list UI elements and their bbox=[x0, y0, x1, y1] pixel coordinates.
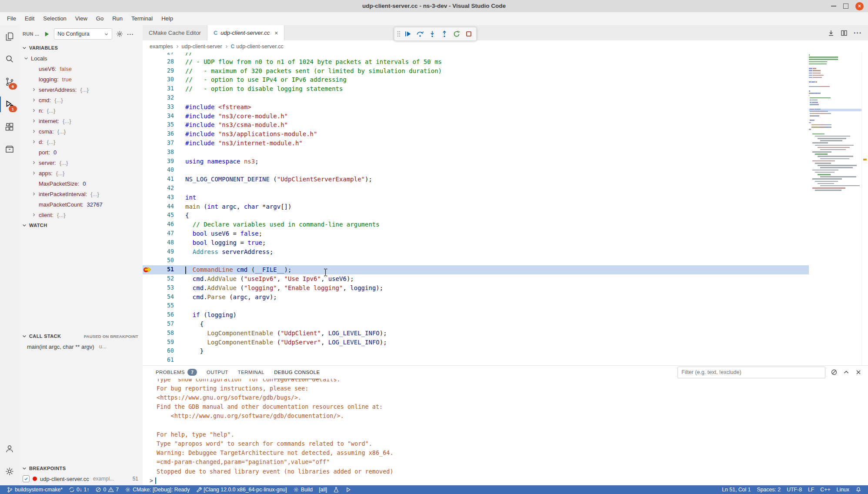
sidebar-item-run-debug[interactable]: 1 bbox=[0, 93, 19, 116]
breakpoint-margin[interactable] bbox=[143, 93, 152, 103]
variable-row[interactable]: serverAddress:{...} bbox=[19, 84, 143, 95]
variables-header[interactable]: VARIABLES bbox=[19, 43, 143, 53]
breakpoint-margin[interactable] bbox=[143, 139, 152, 148]
variable-row[interactable]: cmd:{...} bbox=[19, 95, 143, 105]
start-debug-icon[interactable] bbox=[42, 29, 51, 39]
git-branch-item[interactable]: buildsystem-cmake* bbox=[3, 485, 66, 494]
code-line[interactable]: 52 cmd.AddValue ("useIpv6", "Use Ipv6", … bbox=[143, 274, 809, 284]
encoding-item[interactable]: UTF-8 bbox=[784, 485, 805, 494]
tab-cmake-cache-editor[interactable]: CMake Cache Editor bbox=[143, 25, 207, 40]
breakpoint-margin[interactable] bbox=[143, 347, 152, 356]
tab-problems[interactable]: PROBLEMS 7 bbox=[156, 366, 197, 379]
variable-row[interactable]: apps:{...} bbox=[19, 168, 143, 178]
breakpoint-margin[interactable] bbox=[143, 53, 152, 57]
menu-terminal[interactable]: Terminal bbox=[127, 13, 157, 24]
code-line[interactable]: 29// - maximum of 320 packets sent (or l… bbox=[143, 67, 809, 76]
code-editor[interactable]: 27//28// - UDP flow from n0 to n1 of 102… bbox=[143, 53, 868, 366]
cmake-build-button[interactable]: Build bbox=[290, 485, 316, 494]
variable-row[interactable]: MaxPacketSize:0 bbox=[19, 178, 143, 189]
manage-button[interactable] bbox=[0, 460, 19, 483]
breakpoint-margin[interactable] bbox=[143, 120, 152, 130]
tab-debug-console[interactable]: DEBUG CONSOLE bbox=[274, 366, 320, 379]
breakpoint-margin[interactable] bbox=[143, 356, 152, 365]
breakpoint-margin[interactable] bbox=[143, 265, 152, 274]
menu-go[interactable]: Go bbox=[92, 13, 108, 24]
chevron-right-icon[interactable] bbox=[30, 159, 37, 166]
breadcrumb-item[interactable]: udp-client-server.cc bbox=[236, 43, 283, 50]
code-line[interactable]: 40 bbox=[143, 166, 809, 175]
remote-os-item[interactable]: Linux bbox=[834, 485, 852, 494]
stop-button[interactable] bbox=[463, 28, 474, 40]
variable-row[interactable]: d:{...} bbox=[19, 137, 143, 147]
code-line[interactable]: 33#include <fstream> bbox=[143, 103, 809, 112]
code-line[interactable]: 51 CommandLine cmd (__FILE__); bbox=[143, 265, 809, 274]
code-line[interactable]: 41NS_LOG_COMPONENT_DEFINE ("UdpClientSer… bbox=[143, 175, 809, 184]
code-line[interactable]: 47 bool useV6 = false; bbox=[143, 229, 809, 238]
sidebar-item-source-control[interactable]: 6 bbox=[0, 70, 19, 93]
watch-header[interactable]: WATCH bbox=[19, 220, 143, 230]
code-line[interactable]: 43int bbox=[143, 193, 809, 202]
debug-config-dropdown[interactable]: No Configura bbox=[54, 28, 112, 40]
breakpoint-margin[interactable] bbox=[143, 256, 152, 265]
breakpoint-margin[interactable] bbox=[143, 184, 152, 193]
debug-target-item[interactable] bbox=[342, 485, 354, 494]
code-line[interactable]: 49 Address serverAddress; bbox=[143, 247, 809, 257]
variable-row[interactable]: useV6:false bbox=[19, 63, 143, 74]
chevron-right-icon[interactable] bbox=[30, 128, 37, 135]
breakpoint-margin[interactable] bbox=[143, 57, 152, 67]
cursor-position-item[interactable]: Ln 51, Col 1 bbox=[719, 485, 754, 494]
sidebar-item-remote-explorer[interactable] bbox=[0, 138, 19, 161]
code-line[interactable]: 61 bbox=[143, 356, 809, 365]
sidebar-item-explorer[interactable] bbox=[0, 25, 19, 48]
step-over-button[interactable] bbox=[414, 28, 426, 40]
tab-terminal[interactable]: TERMINAL bbox=[238, 366, 264, 379]
breakpoint-margin[interactable] bbox=[143, 103, 152, 112]
call-stack-header[interactable]: CALL STACK PAUSED ON BREAKPOINT bbox=[19, 331, 143, 341]
breakpoint-margin[interactable] bbox=[143, 211, 152, 220]
code-line[interactable]: 55 bbox=[143, 301, 809, 310]
code-line[interactable]: 35#include "ns3/csma-module.h" bbox=[143, 120, 809, 130]
arrow-down-icon[interactable] bbox=[828, 30, 835, 37]
code-line[interactable]: 28// - UDP flow from n0 to n1 of 1024 by… bbox=[143, 57, 809, 67]
close-tab-icon[interactable]: × bbox=[274, 30, 278, 37]
code-line[interactable]: 32 bbox=[143, 93, 809, 103]
clear-console-icon[interactable] bbox=[831, 369, 838, 376]
close-panel-icon[interactable] bbox=[855, 369, 862, 376]
notifications-item[interactable] bbox=[852, 485, 865, 494]
breakpoint-margin[interactable] bbox=[143, 202, 152, 211]
code-line[interactable]: 31// - option to disable logging stateme… bbox=[143, 84, 809, 93]
breakpoint-margin[interactable] bbox=[143, 148, 152, 157]
code-line[interactable]: 37#include "ns3/internet-module.h" bbox=[143, 139, 809, 148]
code-line[interactable]: 50 bbox=[143, 256, 809, 265]
code-line[interactable]: 48 bool logging = true; bbox=[143, 238, 809, 247]
drag-handle-icon[interactable] bbox=[396, 28, 401, 40]
maximize-icon[interactable] bbox=[843, 3, 848, 9]
restart-button[interactable] bbox=[451, 28, 462, 40]
chevron-right-icon[interactable] bbox=[30, 107, 37, 114]
cmake-kit-item[interactable]: [Clang 12.0.0 x86_64-pc-linux-gnu] bbox=[193, 485, 290, 494]
language-mode-item[interactable]: C++ bbox=[817, 485, 833, 494]
console-prompt[interactable]: > bbox=[143, 476, 868, 485]
variable-row[interactable]: n:{...} bbox=[19, 105, 143, 116]
variable-row[interactable]: client:{...} bbox=[19, 210, 143, 220]
step-into-button[interactable] bbox=[427, 28, 438, 40]
breakpoint-margin[interactable] bbox=[143, 338, 152, 347]
chevron-right-icon[interactable] bbox=[30, 170, 37, 177]
minimap[interactable] bbox=[809, 53, 862, 366]
breakpoint-margin[interactable] bbox=[143, 112, 152, 121]
chevron-right-icon[interactable] bbox=[30, 97, 37, 103]
chevron-right-icon[interactable] bbox=[30, 86, 37, 93]
variable-row[interactable]: interPacketInterval:{...} bbox=[19, 189, 143, 199]
breakpoint-margin[interactable] bbox=[143, 310, 152, 320]
breakpoint-margin[interactable] bbox=[143, 320, 152, 329]
breakpoint-margin[interactable] bbox=[143, 175, 152, 184]
code-line[interactable]: 30// - option to use IPv4 or IPv6 addres… bbox=[143, 75, 809, 84]
minimize-icon[interactable] bbox=[831, 6, 836, 7]
indentation-item[interactable]: Spaces: 2 bbox=[754, 485, 784, 494]
breakpoint-row[interactable]: udp-client-server.cc exampl... 51 bbox=[19, 474, 143, 484]
scope-locals[interactable]: Locals bbox=[19, 53, 143, 63]
menu-run[interactable]: Run bbox=[108, 13, 127, 24]
breakpoint-margin[interactable] bbox=[143, 193, 152, 202]
breakpoint-margin[interactable] bbox=[143, 157, 152, 166]
breakpoint-margin[interactable] bbox=[143, 293, 152, 302]
